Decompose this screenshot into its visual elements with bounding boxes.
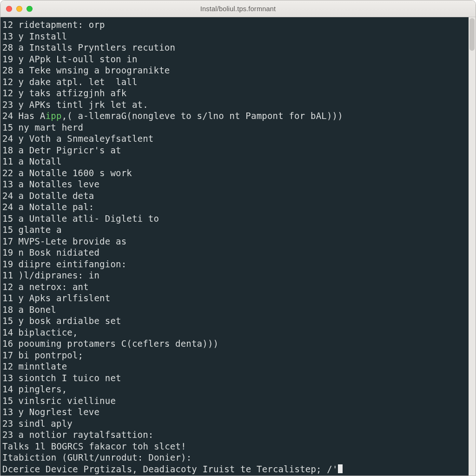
highlight-token: ipp [46,111,62,121]
line-number: 15 [2,395,13,407]
terminal-line: 15 vinlsric viellinue [2,395,469,407]
terminal-line: 11 )l/dipranes: in [2,270,469,281]
line-text: minntlate [19,361,67,371]
terminal-line: 13 y Install [2,31,469,42]
line-number: 24 [2,110,13,122]
terminal-line: 13 y Nogrlest leve [2,406,469,418]
line-text: Talks 1l BOGRCS fakacor toh slcet! [2,441,186,451]
line-text: a notlior raytalfsattion: [19,430,154,440]
terminal-line: 18 a Bonel [2,304,469,316]
terminal-line: 15 y bosk ardialbe set [2,315,469,327]
terminal-line: 24 y Voth a Snmealeyfsatlent [2,133,469,145]
terminal-line: 14 biplactice, [2,327,469,338]
terminal-line: 19 n Bosk nidiated [2,247,469,258]
terminal-line: 15 a Untalle atli- Digleti to [2,213,469,225]
line-number: 12 [2,76,13,88]
zoom-icon[interactable] [26,6,33,12]
line-text: a Notalles leve [19,179,100,189]
line-number: 11 [2,292,13,304]
line-text: poouming protamers C(ceflers denta))) [19,338,219,349]
line-text: a Installs Pryntlers recution [19,42,176,53]
terminal-line: 16 poouming protamers C(ceflers denta))) [2,338,469,350]
line-text: a Bonel [19,304,56,315]
line-text: siontch I tuico net [19,373,121,383]
line-number: 24 [2,201,13,213]
terminal-line: 12 ridetapment: orp [2,19,469,31]
line-number: 11 [2,156,13,167]
line-text: a Notall [19,156,62,166]
prompt-line: Dcerice Device Prgtizals, Deadiacoty Iru… [2,463,469,475]
terminal-line: Itabiction (GURlt/unrodut: Donier): [2,452,469,463]
line-text: Dcerice Device Prgtizals, Deadiacoty Iru… [2,464,338,474]
line-text: y Nogrlest leve [19,407,100,417]
terminal-line: 22 a Notalle 1600 s work [2,167,469,179]
line-number: 28 [2,42,13,53]
line-text: n Bosk nidiated [19,247,100,258]
line-text: Has A [19,111,46,121]
line-number: 24 [2,133,13,145]
terminal-line: 24 a Notalle pal: [2,201,469,213]
line-number: 15 [2,213,13,225]
line-number: 13 [2,31,13,42]
line-text: sindl aply [19,418,73,429]
line-number: 15 [2,224,13,236]
line-text: y dake atpl. let lall [19,77,138,87]
line-text: y bosk ardialbe set [19,316,121,326]
line-text: a Teke wnsing a broogranikte [19,65,170,75]
line-number: 12 [2,19,13,31]
line-number: 15 [2,122,13,133]
line-number: 13 [2,406,13,418]
scrollbar-thumb[interactable] [469,18,475,51]
scrollbar[interactable] [469,17,476,476]
line-number: 13 [2,178,13,190]
close-icon[interactable] [6,6,12,12]
terminal-line: 28 a Installs Pryntlers recution [2,42,469,53]
line-number: 13 [2,372,13,384]
line-text: y taks atfizgjnh afk [19,88,127,98]
line-text: a Notalle pal: [19,202,94,212]
terminal-line: 14 pinglers, [2,383,469,395]
terminal-line: 19 y APpk Lt-oull ston in [2,53,469,65]
terminal-line: 15 glante a [2,224,469,236]
terminal-area: 12 ridetapment: orp13 y Install28 a Inst… [0,17,476,476]
line-text: diipre eintifangion: [19,259,127,269]
line-number: 23 [2,418,13,430]
terminal-line: Talks 1l BOGRCS fakacor toh slcet! [2,441,469,452]
line-text: Itabiction (GURlt/unrodut: Donier): [2,452,192,463]
line-number: 14 [2,383,13,395]
line-number: 23 [2,429,13,441]
titlebar[interactable]: Instal/boliul.tps.formnant [0,0,476,17]
line-number: 12 [2,87,13,99]
line-number: 12 [2,281,13,293]
line-number: 23 [2,99,13,111]
line-number: 19 [2,53,13,65]
line-text: ny mart herd [19,122,84,132]
line-number: 14 [2,327,13,338]
line-number: 19 [2,258,13,270]
line-text: y APpk Lt-oull ston in [19,54,138,64]
terminal-line: 12 y taks atfizgjnh afk [2,87,469,99]
line-number: 18 [2,145,13,156]
line-text: y APKs tintl jrk let at. [19,99,148,110]
line-number: 19 [2,247,13,258]
terminal-line: 12 y dake atpl. let lall [2,76,469,88]
line-text: a Detr Pigricr's at [19,145,121,155]
terminal-line: 11 y Apks arlfislent [2,292,469,304]
terminal-line: 17 bi pontrpol; [2,350,469,361]
terminal-line: 19 diipre eintifangion: [2,258,469,270]
window-controls [6,6,33,12]
app-window: Instal/boliul.tps.formnant 12 ridetapmen… [0,0,476,476]
line-number: 17 [2,236,13,247]
line-text: y Apks arlfislent [19,293,111,303]
terminal-output[interactable]: 12 ridetapment: orp13 y Install28 a Inst… [0,17,469,476]
line-number: 11 [2,270,13,281]
terminal-line: 18 a Detr Pigricr's at [2,145,469,156]
line-number: 12 [2,361,13,372]
terminal-line: 13 a Notalles leve [2,178,469,190]
terminal-line: 23 sindl aply [2,418,469,430]
line-text: glante a [19,225,62,235]
minimize-icon[interactable] [16,6,22,12]
line-text: bi pontrpol; [19,350,84,360]
cursor-icon [338,464,343,473]
terminal-line: 23 a notlior raytalfsattion: [2,429,469,441]
